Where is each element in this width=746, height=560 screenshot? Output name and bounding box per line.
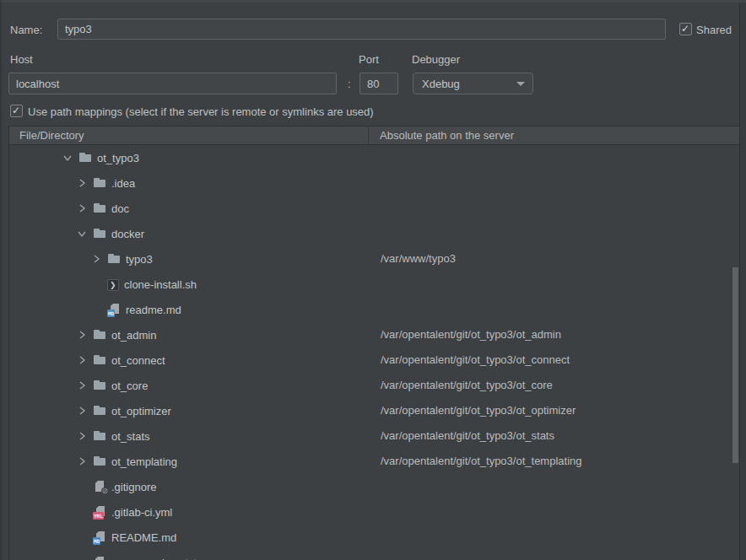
file-cell: ot_stats — [9, 423, 150, 449]
server-path: /var/opentalent/git/ot_typo3/ot_admin — [381, 322, 561, 347]
column-header-absolute-path[interactable]: Absolute path on the server — [369, 127, 740, 144]
table-row[interactable]: docker — [9, 221, 740, 246]
debugger-selected-value: Xdebug — [422, 78, 460, 90]
table-row[interactable]: ot_stats /var/opentalent/git/ot_typo3/ot… — [9, 423, 740, 449]
file-cell: ot_templating — [9, 449, 177, 474]
file-badge: YML — [93, 512, 104, 520]
file-cell: docker — [9, 221, 144, 246]
text-file-icon — [93, 556, 106, 560]
file-name: README.md — [111, 531, 176, 544]
chevron-icon[interactable] — [74, 380, 89, 391]
name-input[interactable] — [57, 19, 666, 40]
chevron-icon[interactable] — [76, 226, 88, 241]
server-path: /var/opentalent/git/ot_typo3/ot_stats — [381, 423, 554, 449]
table-row[interactable]: ot_optimizer /var/opentalent/git/ot_typo… — [9, 398, 740, 423]
file-name: ot_optimizer — [111, 405, 171, 417]
shared-label: Shared — [696, 24, 732, 36]
folder-icon — [107, 252, 121, 266]
chevron-icon[interactable] — [89, 253, 104, 265]
file-name: doc — [111, 202, 129, 215]
table-row[interactable]: composer.json.txt — [9, 550, 740, 560]
table-row[interactable]: ot_core /var/opentalent/git/ot_typo3/ot_… — [9, 373, 740, 398]
file-name: docker — [111, 228, 144, 240]
table-row[interactable]: typo3 /var/www/typo3 — [9, 246, 740, 272]
file-cell: clone-install.sh — [9, 272, 197, 297]
folder-icon — [93, 429, 106, 443]
shell-script-icon — [107, 279, 119, 291]
file-cell: ot_optimizer — [9, 398, 171, 423]
chevron-icon[interactable] — [74, 430, 89, 442]
file-name: ot_connect — [111, 354, 165, 367]
server-path: /var/opentalent/git/ot_typo3/ot_core — [381, 373, 553, 398]
server-path: /var/opentalent/git/ot_typo3/ot_templati… — [381, 449, 582, 474]
file-cell: MD README.md — [9, 525, 176, 550]
ignored-file-icon — [93, 480, 106, 493]
file-name: ot_core — [111, 380, 148, 392]
file-badge: MD — [93, 537, 100, 545]
file-cell: composer.json.txt — [9, 550, 197, 560]
use-path-mappings-checkbox[interactable] — [10, 105, 23, 117]
yaml-file-icon: YML — [93, 505, 106, 519]
file-name: ot_templating — [111, 455, 177, 468]
file-cell: doc — [9, 196, 129, 221]
chevron-icon[interactable] — [62, 150, 73, 165]
file-name: ot_stats — [111, 430, 150, 443]
file-cell: ot_connect — [9, 347, 165, 373]
table-row[interactable]: MD README.md — [9, 525, 740, 550]
server-path: /var/www/typo3 — [381, 246, 456, 272]
file-cell: MD readme.md — [9, 297, 181, 322]
tree-body: ot_typo3 .idea doc — [9, 145, 740, 560]
file-cell: ot_core — [9, 373, 148, 398]
chevron-icon[interactable] — [74, 202, 89, 214]
chevron-icon[interactable] — [74, 455, 89, 467]
shared-checkbox[interactable] — [679, 23, 692, 35]
server-path: /var/opentalent/git/ot_typo3/ot_optimize… — [381, 398, 576, 423]
host-input[interactable] — [8, 73, 337, 94]
file-name: ot_admin — [111, 329, 156, 342]
file-cell: .idea — [9, 170, 135, 196]
chevron-down-icon — [516, 82, 525, 86]
server-path: /var/opentalent/git/ot_typo3/ot_connect — [381, 347, 570, 373]
chevron-icon[interactable] — [74, 354, 89, 366]
table-row[interactable]: .gitignore — [9, 474, 740, 499]
table-row[interactable]: ot_connect /var/opentalent/git/ot_typo3/… — [9, 347, 740, 373]
chevron-icon[interactable] — [74, 177, 89, 189]
port-label: Port — [359, 53, 379, 66]
table-row[interactable]: ot_typo3 — [9, 145, 740, 170]
table-row[interactable]: .idea — [9, 170, 740, 196]
vertical-scrollbar-thumb[interactable] — [732, 267, 738, 463]
table-row[interactable]: doc — [9, 196, 740, 221]
file-name: typo3 — [126, 253, 153, 266]
folder-icon — [93, 328, 106, 342]
markdown-file-icon: MD — [107, 303, 121, 316]
port-input[interactable] — [359, 73, 398, 94]
file-name: .gitignore — [111, 481, 156, 493]
table-row[interactable]: clone-install.sh — [9, 272, 740, 297]
table-row[interactable]: YML .gitlab-ci.yml — [9, 499, 740, 525]
file-name: .idea — [111, 177, 135, 190]
use-path-mappings-label: Use path mappings (select if the server … — [28, 105, 374, 118]
file-name: .gitlab-ci.yml — [111, 506, 172, 519]
folder-icon — [93, 202, 106, 215]
path-mappings-table: File/Directory Absolute path on the serv… — [8, 126, 741, 560]
file-name: clone-install.sh — [124, 278, 197, 291]
file-badge: MD — [107, 310, 115, 317]
chevron-icon[interactable] — [74, 329, 89, 341]
folder-icon — [78, 151, 92, 164]
port-separator: : — [348, 78, 351, 90]
debugger-select[interactable]: Xdebug — [413, 73, 533, 94]
table-row[interactable]: ot_admin /var/opentalent/git/ot_typo3/ot… — [9, 322, 740, 347]
panel-right-edge — [739, 3, 746, 560]
host-label: Host — [10, 53, 33, 66]
file-cell: ot_typo3 — [9, 145, 139, 170]
file-cell: .gitignore — [9, 474, 156, 499]
folder-icon — [93, 455, 106, 468]
file-name: readme.md — [126, 304, 181, 316]
folder-icon — [93, 404, 106, 417]
file-cell: ot_admin — [9, 322, 156, 347]
table-row[interactable]: ot_templating /var/opentalent/git/ot_typ… — [9, 449, 740, 474]
folder-icon — [93, 176, 106, 190]
column-header-file-directory[interactable]: File/Directory — [9, 127, 369, 144]
chevron-icon[interactable] — [74, 405, 89, 417]
table-row[interactable]: MD readme.md — [9, 297, 740, 322]
